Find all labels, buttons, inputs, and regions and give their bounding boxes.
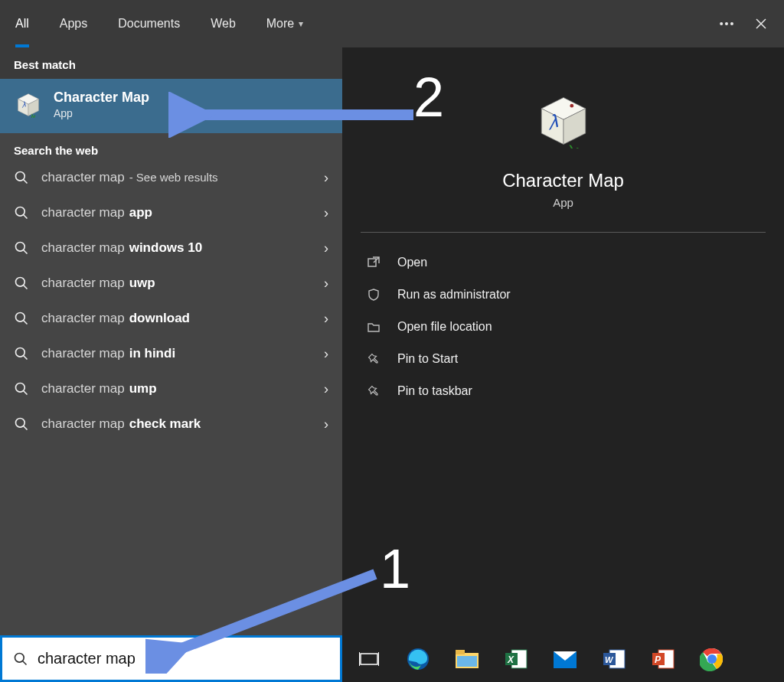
taskbar-powerpoint-icon[interactable]: P: [648, 644, 678, 674]
web-result-prefix: character map: [41, 205, 125, 220]
svg-rect-35: [456, 650, 465, 654]
svg-line-16: [24, 356, 28, 360]
web-result-item[interactable]: character map uwp ›: [0, 266, 342, 301]
chevron-right-icon: ›: [324, 240, 328, 256]
search-icon: [14, 346, 29, 361]
search-icon: [14, 416, 29, 432]
svg-line-18: [24, 391, 28, 395]
search-icon: [14, 205, 29, 220]
action-run-admin[interactable]: Run as administrator: [350, 279, 776, 311]
chevron-right-icon: ›: [324, 416, 328, 432]
taskbar-explorer-icon[interactable]: [452, 644, 482, 674]
taskbar-edge-icon[interactable]: [403, 644, 433, 674]
svg-text:P: P: [655, 654, 662, 665]
web-result-bold: download: [129, 311, 190, 326]
pin-icon: [365, 384, 382, 398]
search-tab-bar: All Apps Documents Web More▾ •••: [0, 0, 784, 47]
best-match-result[interactable]: λ א Character Map App: [0, 79, 342, 133]
svg-line-20: [24, 426, 28, 430]
svg-point-7: [16, 207, 25, 217]
best-match-header: Best match: [0, 47, 342, 79]
taskbar: X W P: [342, 635, 784, 682]
tab-more[interactable]: More▾: [251, 0, 318, 47]
web-result-prefix: character map: [41, 381, 125, 396]
close-button[interactable]: [744, 7, 778, 41]
web-result-bold: uwp: [129, 276, 155, 291]
taskbar-excel-icon[interactable]: X: [501, 644, 531, 674]
web-result-prefix: character map: [41, 416, 125, 432]
more-options-button[interactable]: •••: [710, 7, 744, 41]
web-result-bold: app: [129, 205, 152, 220]
svg-rect-27: [368, 259, 376, 266]
best-match-title: Character Map: [54, 90, 149, 106]
svg-line-8: [24, 215, 28, 219]
action-label: Open file location: [397, 320, 492, 334]
preview-actions: Open Run as administrator Open file loca…: [342, 233, 784, 421]
search-input[interactable]: [38, 650, 329, 667]
svg-point-17: [16, 383, 25, 393]
tab-web-label: Web: [211, 17, 236, 31]
svg-text:λ: λ: [548, 109, 559, 135]
web-result-item[interactable]: character map ump ›: [0, 371, 342, 406]
action-pin-start[interactable]: Pin to Start: [350, 343, 776, 375]
web-result-prefix: character map: [41, 240, 125, 256]
action-open[interactable]: Open: [350, 246, 776, 279]
web-result-prefix: character map: [41, 170, 125, 185]
web-result-item[interactable]: character map windows 10 ›: [0, 230, 342, 266]
web-result-prefix: character map: [41, 346, 125, 361]
web-result-bold: in hindi: [129, 346, 175, 361]
svg-point-5: [16, 172, 25, 181]
svg-point-15: [16, 348, 25, 357]
web-result-item[interactable]: character map check mark ›: [0, 406, 342, 442]
charmap-app-icon: λ א: [15, 92, 41, 118]
svg-point-28: [15, 653, 24, 662]
preview-subtitle: App: [553, 196, 573, 209]
action-label: Run as administrator: [397, 288, 511, 302]
tab-more-label: More: [266, 17, 294, 31]
search-web-header: Search the web: [0, 133, 342, 160]
taskbar-taskview-icon[interactable]: [354, 644, 384, 674]
taskbar-chrome-icon[interactable]: [697, 644, 727, 674]
search-icon: [14, 240, 29, 256]
web-result-bold: check mark: [129, 416, 201, 432]
svg-text:λ: λ: [21, 100, 26, 109]
chevron-right-icon: ›: [324, 170, 328, 186]
search-box[interactable]: [0, 635, 342, 682]
tab-apps-label: Apps: [60, 17, 87, 31]
taskbar-mail-icon[interactable]: [550, 644, 580, 674]
web-result-item[interactable]: character map download ›: [0, 301, 342, 336]
web-result-bold: windows 10: [129, 240, 202, 256]
action-label: Pin to taskbar: [397, 384, 472, 398]
taskbar-word-icon[interactable]: W: [599, 644, 629, 674]
web-result-item[interactable]: character map app ›: [0, 195, 342, 230]
svg-point-11: [16, 278, 25, 287]
tab-web[interactable]: Web: [195, 0, 251, 47]
shield-icon: [365, 288, 382, 302]
web-result-item[interactable]: character map in hindi ›: [0, 336, 342, 371]
chevron-right-icon: ›: [324, 346, 328, 362]
svg-line-10: [24, 250, 28, 254]
action-pin-taskbar[interactable]: Pin to taskbar: [350, 375, 776, 407]
web-result-prefix: character map: [41, 276, 125, 291]
preview-title: Character Map: [502, 170, 624, 191]
search-icon: [14, 276, 29, 291]
preview-app-icon: λ א: [536, 93, 591, 148]
web-result-suffix: - See web results: [129, 171, 218, 184]
folder-icon: [365, 320, 382, 334]
web-result-item[interactable]: character map - See web results ›: [0, 160, 342, 195]
tab-apps[interactable]: Apps: [44, 0, 103, 47]
action-label: Open: [397, 256, 427, 269]
svg-rect-36: [457, 656, 477, 667]
best-match-subtitle: App: [54, 107, 149, 119]
chevron-down-icon: ▾: [299, 18, 303, 29]
action-open-location[interactable]: Open file location: [350, 311, 776, 343]
chevron-right-icon: ›: [324, 381, 328, 397]
close-icon: [755, 18, 767, 30]
search-icon: [14, 170, 29, 185]
tab-documents[interactable]: Documents: [103, 0, 195, 47]
tab-all[interactable]: All: [0, 0, 44, 47]
svg-line-29: [23, 661, 27, 664]
preview-pane: λ א Character Map App Open Run as admini…: [342, 47, 784, 635]
svg-point-22: [570, 104, 573, 108]
search-icon: [13, 651, 28, 667]
